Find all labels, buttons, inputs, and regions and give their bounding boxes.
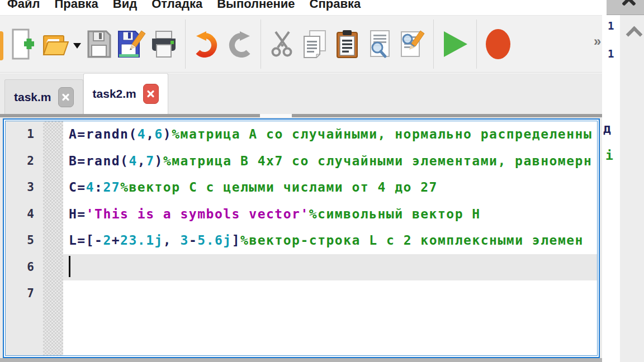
menu-item-4[interactable]: Отладка (144, 0, 210, 15)
toolbar (0, 16, 607, 73)
code-segment-code: H= (69, 207, 86, 221)
find-replace-button[interactable] (396, 21, 428, 68)
code-line-4[interactable]: H='This is a symbols vector'%символьный … (63, 201, 597, 228)
code-segment-code: ) (163, 127, 172, 141)
octave-editor-window: ФайлПравкаВидОтладкаВыполнениеСправка (0, 0, 644, 362)
code-line-7[interactable] (63, 280, 597, 307)
toolbar-separator (476, 20, 477, 69)
code-line-1[interactable]: A=randn(4,6)%матрица A со случайными, но… (63, 121, 597, 148)
save-button[interactable] (83, 21, 115, 68)
line-number-1[interactable]: 1 (6, 121, 43, 148)
tab-bar: task.mtask2.m (0, 73, 602, 114)
code-line-2[interactable]: B=rand(4,7)%матрица B 4x7 со случайными … (63, 148, 597, 175)
copy-button[interactable] (299, 21, 331, 68)
run-button[interactable] (439, 21, 471, 68)
code-segment-code: - (189, 233, 197, 247)
print-button[interactable] (148, 21, 180, 68)
margin-glyph: д (603, 121, 611, 136)
record-button[interactable] (482, 21, 514, 68)
margin-glyph: i (605, 148, 613, 163)
run-icon (441, 30, 469, 59)
record-icon (485, 28, 512, 60)
toolbar-separator (433, 20, 434, 69)
code-segment-string: 'This is a symbols vector' (86, 207, 309, 221)
window-control-box[interactable] (607, 0, 644, 15)
tab-label: task.m (14, 90, 51, 104)
code-segment-number: 6 (155, 127, 163, 141)
menu-item-3[interactable]: Вид (106, 0, 144, 15)
code-segment-number: 4 (129, 154, 137, 168)
undo-button[interactable] (191, 21, 223, 68)
line-number-4[interactable]: 4 (6, 201, 43, 228)
chevron-up-icon[interactable] (626, 26, 643, 43)
tab-bar-separator (0, 114, 602, 117)
menu-item-5[interactable]: Выполнение (210, 0, 302, 15)
line-number-7[interactable]: 7 (6, 280, 43, 307)
margin-glyph: 1 (608, 20, 614, 32)
code-segment-number: 3 (181, 233, 189, 247)
code-segment-code: A=randn( (69, 127, 138, 141)
copy-icon (302, 30, 328, 59)
redo-button[interactable] (223, 21, 255, 68)
code-segment-number: 2 (103, 233, 111, 247)
line-number-2[interactable]: 2 (6, 148, 43, 175)
code-segment-number: 5.6j (197, 233, 231, 247)
code-segment-code: B=rand( (69, 154, 129, 168)
menu-bar: ФайлПравкаВидОтладкаВыполнениеСправка (0, 0, 607, 16)
tab-task.m[interactable]: task.m (4, 79, 83, 114)
code-editor: 1234567 A=randn(4,6)%матрица A со случай… (3, 118, 600, 358)
code-segment-code: : (94, 180, 103, 194)
tab-task2.m[interactable]: task2.m (83, 73, 168, 114)
menu-item-2[interactable]: Правка (48, 0, 106, 15)
new-script-icon (12, 28, 34, 60)
toolbar-overflow-button[interactable]: » (594, 34, 600, 49)
paste-button[interactable] (331, 21, 363, 68)
code-segment-number: 27 (103, 180, 120, 194)
save-as-button[interactable] (115, 21, 148, 68)
code-line-6[interactable] (63, 254, 597, 281)
line-number-3[interactable]: 3 (6, 174, 43, 201)
paste-icon (335, 30, 359, 59)
close-icon[interactable] (621, 0, 637, 7)
tab-close-x-icon (146, 89, 155, 98)
redo-icon (225, 31, 254, 58)
open-file-dropdown-caret (73, 43, 81, 53)
menu-item-6[interactable]: Справка (302, 0, 368, 15)
open-file-icon (42, 31, 69, 57)
text-cursor (69, 256, 70, 277)
line-number-6[interactable]: 6 (6, 254, 43, 281)
line-number-5[interactable]: 5 (6, 227, 43, 254)
toolbar-separator (261, 20, 261, 69)
bottom-edge-strip (0, 358, 602, 362)
code-line-5[interactable]: L=[-2+23.1j, 3-5.6j]%вектор-строка L с 2… (63, 227, 597, 254)
code-segment-comment: %матрица B 4x7 со случайными элементами,… (163, 154, 592, 168)
menu-item-1[interactable]: Файл (0, 0, 48, 15)
code-text-area[interactable]: A=randn(4,6)%матрица A со случайными, но… (63, 121, 597, 355)
toolbar-separator (185, 20, 186, 69)
tab-close-button[interactable] (143, 84, 159, 104)
code-segment-code: , (146, 127, 154, 141)
code-segment-code: , (138, 154, 146, 168)
code-segment-code: L=[- (69, 233, 103, 247)
background-window-strip: 1 1 д i (602, 15, 620, 362)
code-segment-comment: %вектор C с целыми числами от 4 до 27 (120, 180, 438, 194)
find-button[interactable] (363, 21, 396, 68)
save-icon (86, 30, 112, 59)
code-segment-code: + (112, 233, 120, 247)
code-line-3[interactable]: C=4:27%вектор C с целыми числами от 4 до… (63, 174, 597, 201)
find-replace-icon (399, 30, 425, 59)
margin-glyph: 1 (608, 47, 614, 60)
open-file-dropdown-button[interactable] (72, 21, 83, 68)
cut-button[interactable] (266, 21, 299, 68)
new-script-button[interactable] (7, 21, 39, 68)
code-segment-comment: %матрица A со случайными, нормально расп… (172, 127, 592, 141)
tab-close-x-icon (61, 93, 70, 102)
breakpoint-margin[interactable] (43, 121, 63, 355)
clipped-icon-fragment (0, 31, 3, 60)
open-file-button[interactable] (39, 21, 72, 68)
tab-close-button[interactable] (58, 87, 74, 107)
code-segment-comment: %символьный вектор H (309, 207, 481, 221)
code-segment-code: ) (155, 154, 163, 168)
find-icon (368, 30, 391, 59)
code-editor-inner: 1234567 A=randn(4,6)%матрица A со случай… (5, 121, 598, 356)
